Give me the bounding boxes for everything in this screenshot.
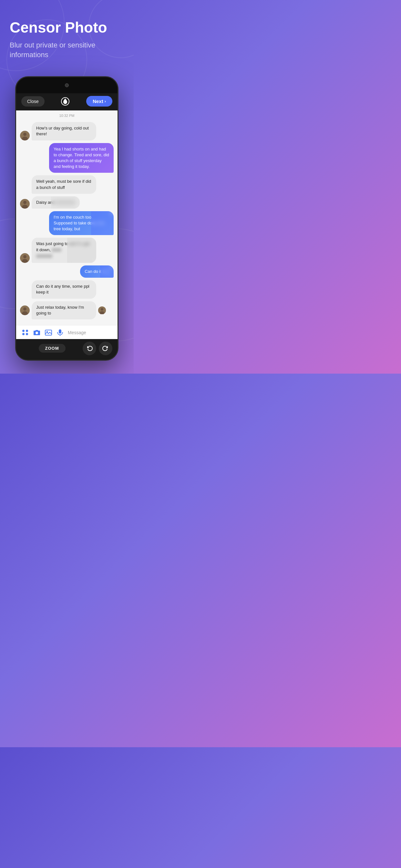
message-bubble: Well yeah, must be sore if did a bunch o… (32, 175, 96, 193)
message-bubble: Daisy and (32, 196, 80, 209)
phone-frame: Close Next › 10:32 PM (15, 76, 119, 361)
chat-row: Was just going to ask if u got it down, (20, 238, 114, 263)
message-input[interactable]: Message (68, 330, 112, 335)
chat-area: 10:32 PM How's ur day going, cold out th… (16, 111, 118, 325)
message-bubble: Can do it this (80, 266, 114, 278)
svg-rect-16 (45, 330, 52, 335)
chat-row: I'm on the couch too. Supposed to take d… (20, 211, 114, 236)
avatar (20, 131, 30, 141)
zoom-label: ZOOM (39, 344, 66, 352)
header-section: Censor Photo Blur out private or sensiti… (0, 0, 134, 70)
camera-icon[interactable] (33, 329, 41, 337)
undo-redo-controls (83, 342, 112, 355)
chat-row: How's ur day going, cold out there! (20, 122, 114, 140)
svg-point-8 (23, 255, 27, 258)
avatar (20, 253, 30, 263)
message-bubble: Can do it any time, some ppl keep it (32, 280, 96, 299)
phone-notch (16, 77, 118, 93)
chat-row: Can do it any time, some ppl keep it (20, 280, 114, 299)
apps-icon[interactable] (21, 329, 29, 337)
message-bubble: Yea I had shorts on and had to change. T… (49, 143, 114, 173)
chat-timestamp: 10:32 PM (20, 114, 114, 118)
color-picker-icon[interactable] (60, 96, 70, 106)
mic-icon[interactable] (56, 329, 64, 337)
phone-mockup: Close Next › 10:32 PM (0, 76, 134, 374)
page-subtitle: Blur out private or sensitive informatio… (10, 40, 124, 60)
svg-point-11 (23, 307, 27, 311)
redo-button[interactable] (99, 342, 112, 355)
svg-rect-18 (59, 330, 61, 334)
grid-dots-icon (22, 330, 28, 336)
message-bubble: Was just going to ask if u got it down, (32, 238, 96, 263)
svg-point-2 (23, 133, 27, 136)
chat-row: Just relax today, know I'm going to (20, 301, 114, 319)
undo-button[interactable] (83, 342, 96, 355)
zoom-label-area: ZOOM (21, 344, 83, 352)
next-button[interactable]: Next › (86, 96, 112, 106)
svg-point-5 (23, 201, 27, 204)
chevron-right-icon: › (104, 99, 106, 104)
message-bubble: How's ur day going, cold out there! (32, 122, 96, 140)
chat-row: Can do it this (20, 266, 114, 278)
zoom-bar: ZOOM (16, 339, 118, 360)
avatar (20, 199, 30, 209)
message-bubble: Just relax today, know I'm going to (32, 301, 96, 319)
small-avatar-right (98, 306, 106, 314)
page-title: Censor Photo (10, 20, 124, 36)
chat-row: Well yeah, must be sore if did a bunch o… (20, 175, 114, 193)
message-bubble: I'm on the couch too. Supposed to take d… (49, 211, 114, 236)
avatar (20, 306, 30, 315)
svg-point-14 (101, 308, 103, 311)
close-button[interactable]: Close (21, 96, 44, 106)
image-icon[interactable] (44, 329, 52, 337)
phone-camera (65, 83, 69, 87)
phone-bottom-bar: Message (16, 325, 118, 339)
phone-toolbar: Close Next › (16, 93, 118, 111)
chat-row: Yea I had shorts on and had to change. T… (20, 143, 114, 173)
chat-row: Daisy and (20, 196, 114, 209)
